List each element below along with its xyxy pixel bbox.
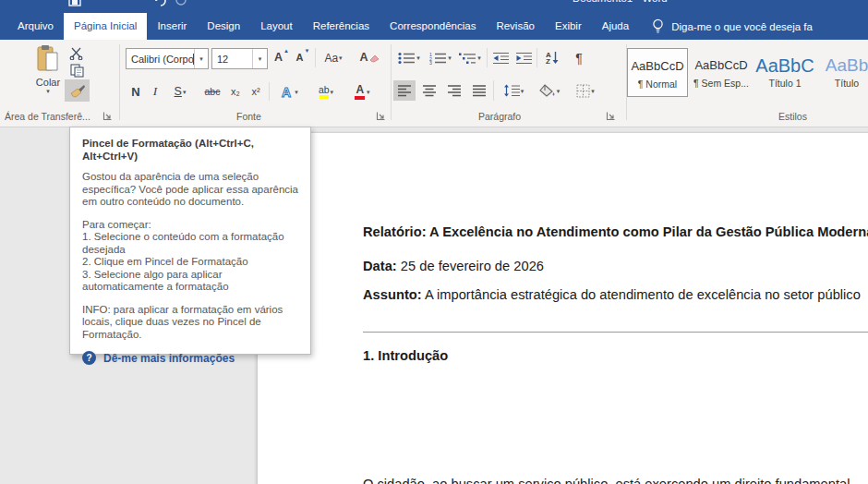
svg-text:3: 3: [429, 60, 432, 65]
format-painter-button[interactable]: [65, 79, 90, 102]
doc-subject-label: Assunto:: [363, 287, 422, 302]
redo-icon[interactable]: [175, 0, 187, 6]
group-separator: [391, 44, 392, 120]
tab-layout[interactable]: Layout: [250, 13, 303, 40]
chevron-down-icon: ▾: [46, 88, 50, 94]
clipboard-group-label: Área de Transferê...: [5, 111, 90, 122]
borders-icon: [576, 84, 590, 98]
cut-button[interactable]: [66, 46, 87, 61]
increase-indent-icon: [516, 52, 532, 65]
font-size-combobox[interactable]: 12 ▾: [211, 48, 268, 69]
text-highlight-button[interactable]: ab ▾: [310, 82, 342, 101]
chevron-down-icon[interactable]: ▾: [194, 49, 208, 68]
undo-icon[interactable]: [153, 0, 166, 6]
tab-arquivo[interactable]: Arquivo: [7, 13, 64, 40]
font-group-label: Fonte: [236, 111, 261, 122]
eraser-icon: [369, 53, 380, 63]
lightbulb-icon: [652, 18, 664, 34]
borders-button[interactable]: ▾: [569, 80, 602, 101]
subscript-button[interactable]: x₂: [227, 82, 244, 101]
tell-me-text: Diga-me o que você deseja fa: [671, 21, 813, 32]
align-right-button[interactable]: [443, 80, 465, 101]
doc-subject-line[interactable]: Assunto: A importância estratégica do at…: [363, 287, 861, 302]
font-dialog-launcher-icon[interactable]: [376, 111, 386, 121]
superscript-button[interactable]: x²: [247, 82, 264, 101]
underline-button[interactable]: S▾: [167, 82, 193, 101]
chevron-down-icon[interactable]: ▾: [252, 49, 267, 68]
bullets-button[interactable]: ▾: [395, 48, 423, 67]
small-separator: [315, 48, 316, 67]
highlight-color-bar: [319, 95, 329, 99]
show-formatting-marks-button[interactable]: ¶: [570, 48, 588, 67]
tab-design[interactable]: Design: [197, 13, 250, 40]
doc-next-paragraph[interactable]: O cidadão, ao buscar um serviço público,…: [363, 477, 850, 484]
tab-ajuda[interactable]: Ajuda: [592, 13, 639, 40]
ribbon: Colar ▾ Área de Transferê...: [0, 40, 868, 127]
decrease-indent-button[interactable]: [490, 48, 511, 67]
paste-button[interactable]: Colar ▾: [28, 44, 68, 102]
doc-date-value: 25 de fevereiro de 2026: [397, 259, 544, 273]
font-size-value: 12: [212, 54, 231, 65]
copy-button[interactable]: [66, 63, 87, 78]
clipboard-dialog-launcher-icon[interactable]: [102, 111, 113, 121]
strikethrough-button[interactable]: abc: [201, 82, 223, 101]
tab-exibir[interactable]: Exibir: [545, 13, 592, 40]
tab-correspondencias[interactable]: Correspondências: [380, 13, 486, 40]
tooltip-steps-intro: Para começar:: [82, 219, 299, 232]
tell-me-more-link[interactable]: ? Dê-me mais informações: [82, 351, 299, 365]
font-name-combobox[interactable]: Calibri (Corpo ▾: [126, 48, 209, 69]
doc-heading-introducao[interactable]: 1. Introdução: [363, 348, 448, 363]
style-sem-espacamento[interactable]: AaBbCcD ¶ Sem Esp...: [692, 48, 751, 95]
tooltip-info: INFO: para aplicar a formatação em vário…: [82, 304, 299, 342]
title-bar: Documento1 - Word: [0, 0, 868, 13]
ribbon-tab-bar: Arquivo Página Inicial Inserir Design La…: [0, 13, 868, 40]
style-normal[interactable]: AaBbCcD ¶ Normal: [627, 48, 688, 97]
doc-subject-value: A importância estratégica do atendimento…: [422, 287, 861, 302]
scissors-icon: [69, 47, 85, 60]
italic-button[interactable]: I: [148, 82, 163, 101]
font-color-button[interactable]: A ▾: [347, 82, 377, 101]
styles-group-label: Estilos: [778, 111, 807, 122]
tell-me-box[interactable]: Diga-me o que você deseja fa: [652, 13, 813, 40]
doc-title-line[interactable]: Relatório: A Excelência no Atendimento c…: [363, 224, 868, 239]
shading-button[interactable]: ▾: [534, 80, 565, 101]
numbered-list-icon: 1 2 3: [429, 52, 447, 65]
format-painter-tooltip: Pincel de Formatação (Alt+Ctrl+C, Alt+Ct…: [69, 127, 311, 355]
align-left-icon: [398, 85, 411, 97]
save-icon[interactable]: [68, 0, 81, 6]
tab-pagina-inicial[interactable]: Página Inicial: [64, 13, 147, 40]
align-left-button[interactable]: [393, 80, 416, 101]
document-page[interactable]: [257, 132, 868, 484]
word-window: Documento1 - Word Arquivo Página Inicial…: [0, 0, 868, 484]
align-center-icon: [423, 85, 436, 97]
numbering-button[interactable]: 1 2 3 ▾: [427, 48, 454, 67]
bold-button[interactable]: N: [127, 82, 144, 101]
style-titulo-1[interactable]: AaBbC Título 1: [754, 48, 815, 95]
shrink-font-button[interactable]: A▼: [294, 48, 312, 67]
font-name-value: Calibri (Corpo: [127, 54, 193, 65]
paint-bucket-icon: [539, 84, 556, 98]
grow-font-button[interactable]: A▲: [272, 48, 291, 67]
tab-revisao[interactable]: Revisão: [486, 13, 545, 40]
tab-inserir[interactable]: Inserir: [147, 13, 197, 40]
tooltip-title: Pincel de Formatação (Alt+Ctrl+C, Alt+Ct…: [82, 137, 299, 163]
increase-indent-button[interactable]: [513, 48, 534, 67]
paragraph-dialog-launcher-icon[interactable]: [606, 111, 616, 121]
text-effects-button[interactable]: A ▾: [274, 82, 304, 101]
copy-icon: [70, 64, 84, 78]
sort-button[interactable]: AZ: [540, 48, 564, 67]
clear-formatting-button[interactable]: A: [358, 48, 380, 67]
justify-button[interactable]: [468, 80, 490, 101]
multilevel-list-button[interactable]: ▾: [456, 48, 484, 67]
change-case-button[interactable]: Aa▾: [320, 48, 346, 67]
line-spacing-button[interactable]: ▾: [498, 80, 529, 101]
align-center-button[interactable]: [418, 80, 440, 101]
tooltip-intro: Gostou da aparência de uma seleção espec…: [82, 171, 299, 209]
sort-arrow-icon: [552, 52, 559, 65]
doc-date-line[interactable]: Data: 25 de fevereiro de 2026: [363, 259, 544, 273]
style-titulo[interactable]: AaBb Título: [819, 48, 868, 95]
tab-referencias[interactable]: Referências: [303, 13, 380, 40]
format-painter-icon: [69, 83, 86, 99]
font-color-icon: A: [354, 83, 366, 100]
text-effects-icon: A: [280, 85, 294, 99]
